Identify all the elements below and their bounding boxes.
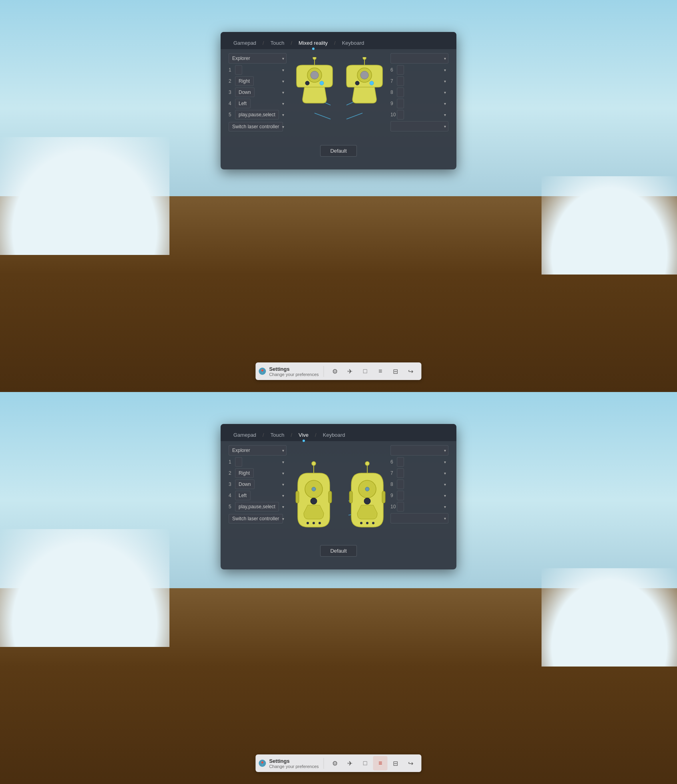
num-1-2: 2 [229, 78, 233, 84]
explorer-select-2[interactable]: Explorer [229, 445, 287, 456]
toolbar-display-btn-2[interactable]: □ [358, 756, 372, 770]
control-row-r-2-7: 7 [390, 468, 448, 478]
toolbar-settings-btn-1[interactable]: ⚙ [328, 364, 342, 378]
right-top-select-1[interactable] [390, 53, 448, 64]
controllers-svg-1 [291, 57, 386, 137]
ctrl-select-r-7[interactable] [397, 76, 404, 86]
toolbar-gamepad-btn-2[interactable]: ✈ [343, 756, 357, 770]
explorer-wrapper-2: Explorer [229, 445, 287, 456]
ctrl-select-wrapper-2-1 [235, 457, 287, 467]
ctrl-select-wrapper-r-10 [397, 110, 448, 119]
ctrl-select-1-5[interactable]: play,pause,select [235, 110, 279, 119]
ctrl-select-2-3[interactable]: Down [235, 480, 255, 489]
ctrl-select-wrapper-1-1 [235, 65, 287, 75]
svg-point-13 [360, 71, 368, 79]
control-row-1-3: 3 Down [229, 88, 287, 97]
snow-left-1 [0, 137, 169, 255]
ctrl-select-wrapper-r-7 [397, 76, 448, 86]
control-row-2-4: 4 Left [229, 491, 287, 500]
tab-keyboard-1[interactable]: Keyboard [337, 37, 369, 49]
ctrl-select-2-2[interactable]: Right [235, 468, 254, 478]
ctrl-select-2-4[interactable]: Left [235, 491, 251, 500]
ctrl-select-r-9[interactable] [397, 99, 404, 108]
toolbar-save-btn-2[interactable]: ⊟ [388, 756, 403, 770]
toolbar-save-btn-1[interactable]: ⊟ [388, 364, 403, 378]
num-1-3: 3 [229, 90, 233, 95]
control-row-2-1: 1 [229, 457, 287, 467]
right-bottom-select-1[interactable] [390, 121, 448, 131]
ctrl-select-r2-10[interactable] [397, 502, 404, 511]
tab-keyboard-2[interactable]: Keyboard [318, 429, 350, 441]
toolbar-gamepad-btn-1[interactable]: ✈ [343, 364, 357, 378]
tab-touch-2[interactable]: Touch [266, 429, 289, 441]
switch-row-1: Switch laser controller [229, 122, 287, 131]
control-row-r-2-10: 10 [390, 502, 448, 511]
tab-mixed-1[interactable]: Mixed reality [294, 37, 333, 49]
sep2: / [289, 40, 294, 46]
right-controls-1: 6 7 8 9 [390, 53, 448, 131]
toolbar-subtitle-1: Change your preferences [269, 372, 319, 377]
right-bottom-wrapper-1 [390, 121, 448, 131]
left-controls-1: Explorer 1 2 Right 3 [229, 53, 287, 131]
ctrl-select-wrapper-r-6 [397, 65, 448, 75]
sep3: / [333, 40, 337, 46]
ctrl-select-r-6[interactable] [397, 65, 404, 75]
explorer-wrapper-1: Explorer [229, 53, 287, 64]
bottom-toolbar-1: 📍 Settings Change your preferences ⚙ ✈ □… [255, 362, 421, 380]
ctrl-select-r2-6[interactable] [397, 457, 404, 467]
tab-touch-1[interactable]: Touch [266, 37, 289, 49]
num-1-4: 4 [229, 101, 233, 106]
tab-vive-2[interactable]: Vive [294, 429, 313, 441]
toolbar-settings-btn-2[interactable]: ⚙ [328, 756, 342, 770]
svg-rect-36 [382, 491, 385, 503]
sep5: / [289, 432, 294, 438]
default-button-1[interactable]: Default [320, 145, 356, 157]
ctrl-select-r2-8[interactable] [397, 480, 404, 489]
sep6: / [313, 432, 318, 438]
toolbar-display-btn-1[interactable]: □ [358, 364, 372, 378]
ctrl-select-1-4[interactable]: Left [235, 99, 251, 108]
snow-right-1 [542, 176, 677, 274]
svg-line-2 [315, 113, 331, 119]
toolbar-menu-btn-2[interactable]: ≡ [373, 756, 388, 770]
toolbar-menu-btn-1[interactable]: ≡ [373, 364, 388, 378]
ctrl-select-wrapper-r2-10 [397, 502, 448, 511]
ctrl-select-1-1[interactable] [235, 65, 242, 75]
svg-point-15 [370, 81, 374, 85]
ctrl-select-r-8[interactable] [397, 88, 404, 97]
ctrl-select-r2-7[interactable] [397, 468, 404, 478]
right-top-select-2[interactable] [390, 445, 448, 456]
left-controller-mr [297, 57, 333, 103]
control-row-r-2-8: 8 [390, 480, 448, 489]
right-controller-vive [349, 462, 385, 527]
default-btn-container-2: Default [221, 545, 456, 569]
snow-left-2 [0, 529, 169, 647]
ctrl-select-wrapper-2-3: Down [235, 480, 287, 489]
ctrl-select-r-10[interactable] [397, 110, 404, 119]
svg-point-24 [311, 498, 317, 504]
toolbar-title-1: Settings [269, 366, 319, 372]
ctrl-select-r2-9[interactable] [397, 491, 404, 500]
default-button-2[interactable]: Default [320, 545, 356, 557]
ctrl-select-wrapper-1-2: Right [235, 76, 287, 86]
ctrl-select-1-3[interactable]: Down [235, 88, 255, 97]
right-bottom-select-2[interactable] [390, 513, 448, 523]
switch-row-2: Switch laser controller [229, 514, 287, 523]
svg-point-7 [311, 71, 319, 79]
right-controls-2: 6 7 8 9 [390, 445, 448, 523]
toolbar-export-btn-1[interactable]: ↪ [404, 364, 418, 378]
sep4: / [261, 432, 266, 438]
left-controller-vive [296, 462, 332, 527]
tab-gamepad-1[interactable]: Gamepad [229, 37, 261, 49]
tab-gamepad-2[interactable]: Gamepad [229, 429, 261, 441]
explorer-select-1[interactable]: Explorer [229, 53, 287, 64]
ctrl-select-1-2[interactable]: Right [235, 76, 254, 86]
switch-select-2[interactable]: Switch laser controller [229, 514, 283, 523]
ctrl-select-2-1[interactable] [235, 457, 242, 467]
switch-select-1[interactable]: Switch laser controller [229, 122, 283, 131]
svg-rect-35 [349, 491, 352, 503]
ctrl-select-2-5[interactable]: play,pause,select [235, 502, 279, 511]
toolbar-export-btn-2[interactable]: ↪ [404, 756, 418, 770]
ctrl-select-wrapper-r2-7 [397, 468, 448, 478]
svg-point-21 [312, 462, 316, 466]
